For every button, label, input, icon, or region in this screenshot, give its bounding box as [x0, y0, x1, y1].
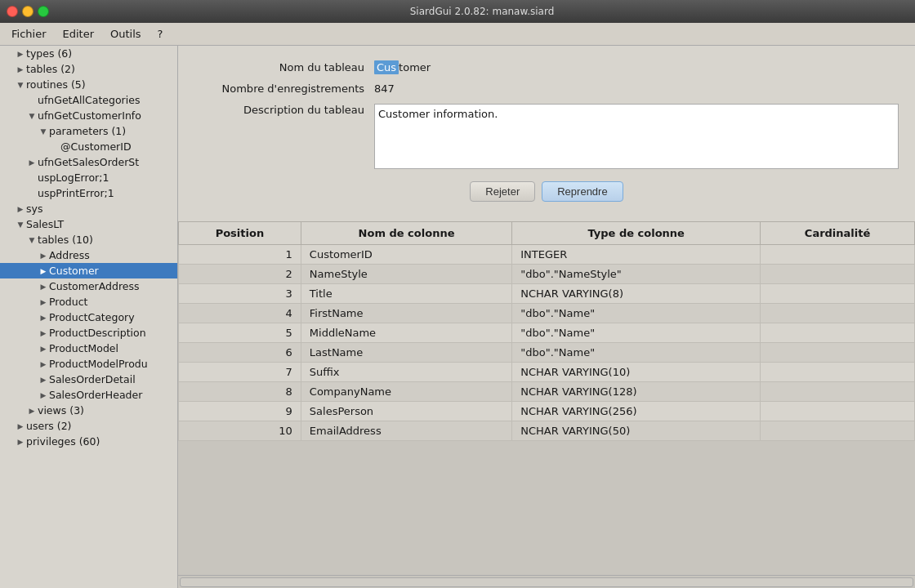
cell-column-name: Title [301, 284, 511, 304]
sidebar-item-customerid[interactable]: @CustomerID [0, 139, 177, 154]
sidebar-item-uspPrintError[interactable]: uspPrintError;1 [0, 185, 177, 201]
sidebar-label-saleslt: SalesLT [26, 218, 64, 230]
horizontal-scrollbar[interactable] [180, 577, 913, 587]
sidebar-item-customer[interactable]: ▶Customer [0, 263, 177, 278]
minimize-button[interactable] [22, 6, 33, 17]
sidebar-item-parameters[interactable]: ▼parameters (1) [0, 123, 177, 139]
tree-arrow-productdescription: ▶ [38, 327, 49, 339]
form-row-description: Description du tableau [194, 101, 899, 172]
col-position: Position [179, 222, 301, 245]
label-description: Description du tableau [194, 101, 374, 116]
form-row-nombre: Nombre d'enregistrements 847 [194, 80, 899, 95]
cell-cardinality [761, 304, 915, 323]
sidebar-item-salesorderheader[interactable]: ▶SalesOrderHeader [0, 387, 177, 403]
cell-cardinality [761, 265, 915, 284]
sidebar-label-ufnGetSalesOrderSt: ufnGetSalesOrderSt [38, 156, 139, 168]
sidebar-item-ufnGetAllCategories[interactable]: ufnGetAllCategories [0, 92, 177, 108]
tree-arrow-address: ▶ [38, 250, 49, 261]
cell-column-type: INTEGER [512, 245, 761, 265]
sidebar-label-ufnGetAllCategories: ufnGetAllCategories [38, 94, 140, 106]
sidebar-item-views[interactable]: ▶views (3) [0, 403, 177, 418]
close-button[interactable] [7, 6, 18, 17]
sidebar-label-product: Product [49, 296, 87, 308]
columns-table: Position Nom de colonne Type de colonne … [178, 221, 915, 441]
sidebar-item-product[interactable]: ▶Product [0, 294, 177, 310]
table-row[interactable]: 5MiddleName"dbo"."Name" [179, 323, 915, 343]
sidebar-label-privileges: privileges (60) [26, 435, 100, 448]
sidebar-label-sys: sys [26, 203, 42, 215]
tree-arrow-customerid [49, 141, 60, 153]
menubar: Fichier Editer Outils ? [0, 23, 915, 46]
tree-arrow-users: ▶ [15, 421, 26, 432]
main-layout: ▶types (6)▶tables (2)▼routines (5)ufnGet… [0, 46, 915, 588]
sidebar-label-routines: routines (5) [26, 78, 86, 91]
cell-position: 4 [179, 304, 301, 323]
cell-column-name: LastName [301, 343, 511, 363]
window-controls [7, 6, 49, 17]
table-row[interactable]: 10EmailAddressNCHAR VARYING(50) [179, 421, 915, 441]
sidebar-label-address: Address [49, 249, 90, 261]
table-row[interactable]: 1CustomerIDINTEGER [179, 245, 915, 265]
description-textarea[interactable] [374, 104, 899, 169]
sidebar-item-productdescription[interactable]: ▶ProductDescription [0, 325, 177, 341]
cell-position: 5 [179, 323, 301, 343]
reprendre-button[interactable]: Reprendre [542, 181, 623, 202]
tree-arrow-routines: ▼ [15, 79, 26, 91]
sidebar-item-productcategory[interactable]: ▶ProductCategory [0, 310, 177, 325]
cell-column-type: NCHAR VARYING(256) [512, 402, 761, 421]
sidebar-item-privileges[interactable]: ▶privileges (60) [0, 434, 177, 449]
tree-arrow-productmodelprodu: ▶ [38, 359, 49, 370]
value-nombre: 847 [374, 80, 899, 95]
cell-cardinality [761, 382, 915, 402]
sidebar-label-customeraddress: CustomerAddress [49, 280, 140, 292]
sidebar-label-productmodel: ProductModel [49, 342, 118, 354]
cell-position: 10 [179, 421, 301, 441]
sidebar-item-ufnGetCustomerInfo[interactable]: ▼ufnGetCustomerInfo [0, 108, 177, 123]
sidebar-item-types[interactable]: ▶types (6) [0, 46, 177, 61]
table-row[interactable]: 6LastName"dbo"."Name" [179, 343, 915, 363]
bottom-bar [178, 575, 915, 588]
table-row[interactable]: 2NameStyle"dbo"."NameStyle" [179, 265, 915, 284]
menu-fichier[interactable]: Fichier [3, 25, 55, 42]
menu-help[interactable]: ? [150, 25, 172, 42]
sidebar-item-productmodelprodu[interactable]: ▶ProductModelProdu [0, 356, 177, 372]
maximize-button[interactable] [38, 6, 49, 17]
rejeter-button[interactable]: Rejeter [470, 181, 535, 202]
sidebar-item-sys[interactable]: ▶sys [0, 201, 177, 216]
table-row[interactable]: 4FirstName"dbo"."Name" [179, 304, 915, 323]
table-row[interactable]: 7SuffixNCHAR VARYING(10) [179, 363, 915, 382]
tree-arrow-customer: ▶ [38, 265, 49, 277]
menu-editer[interactable]: Editer [55, 25, 103, 42]
sidebar-item-uspLogError[interactable]: uspLogError;1 [0, 170, 177, 185]
sidebar-item-tables[interactable]: ▶tables (2) [0, 61, 177, 77]
sidebar-item-salesorderdetail[interactable]: ▶SalesOrderDetail [0, 372, 177, 387]
cell-column-name: MiddleName [301, 323, 511, 343]
cell-column-name: CompanyName [301, 382, 511, 402]
nom-tableau-rest: tomer [399, 61, 431, 74]
table-row[interactable]: 9SalesPersonNCHAR VARYING(256) [179, 402, 915, 421]
sidebar-label-salesorderheader: SalesOrderHeader [49, 389, 142, 401]
sidebar-item-address[interactable]: ▶Address [0, 247, 177, 263]
table-row[interactable]: 3TitleNCHAR VARYING(8) [179, 284, 915, 304]
sidebar-item-saleslt[interactable]: ▼SalesLT [0, 216, 177, 232]
sidebar-label-customer: Customer [49, 265, 99, 277]
table-wrapper[interactable]: Position Nom de colonne Type de colonne … [178, 221, 915, 575]
window-title: SiardGui 2.0.82: manaw.siard [56, 6, 908, 17]
cell-cardinality [761, 343, 915, 363]
table-row[interactable]: 8CompanyNameNCHAR VARYING(128) [179, 382, 915, 402]
cell-position: 2 [179, 265, 301, 284]
col-nom-colonne: Nom de colonne [301, 222, 511, 245]
cell-column-type: "dbo"."Name" [512, 323, 761, 343]
sidebar-item-routines[interactable]: ▼routines (5) [0, 77, 177, 92]
label-nom-tableau: Nom du tableau [194, 59, 374, 74]
tree-arrow-uspPrintError [26, 188, 38, 199]
sidebar-label-uspPrintError: uspPrintError;1 [38, 187, 114, 199]
sidebar-item-saleslt-tables[interactable]: ▼tables (10) [0, 232, 177, 247]
tree-arrow-parameters: ▼ [38, 126, 49, 137]
sidebar-item-users[interactable]: ▶users (2) [0, 418, 177, 434]
sidebar-item-ufnGetSalesOrderSt[interactable]: ▶ufnGetSalesOrderSt [0, 154, 177, 170]
menu-outils[interactable]: Outils [102, 25, 150, 42]
sidebar-label-tables: tables (2) [26, 63, 75, 75]
sidebar-item-productmodel[interactable]: ▶ProductModel [0, 341, 177, 356]
sidebar-item-customeraddress[interactable]: ▶CustomerAddress [0, 278, 177, 294]
